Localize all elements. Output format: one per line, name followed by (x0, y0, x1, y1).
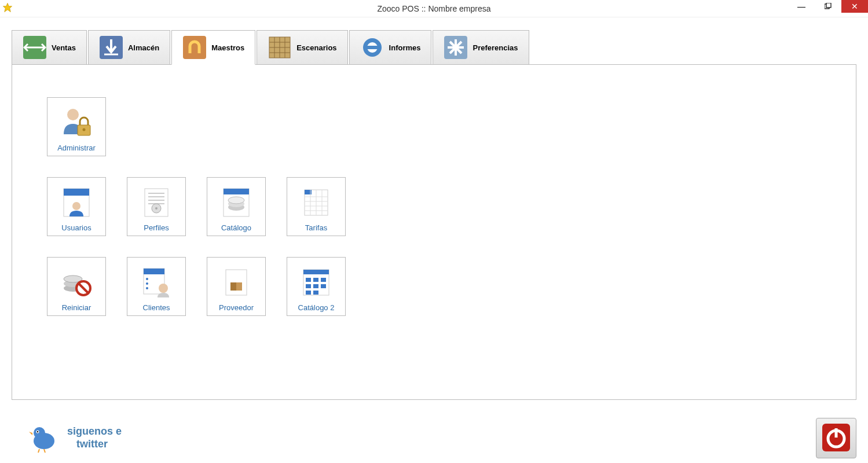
card-administrar[interactable]: Administrar (47, 97, 106, 156)
window-title: Zooco POS :: Nombre empresa (377, 4, 490, 13)
content-panel: Administrar Usuarios Perfiles Catálogo (12, 64, 856, 400)
twitter-bird-icon (28, 421, 60, 455)
svg-rect-61 (230, 282, 236, 291)
card-catalogo2[interactable]: Catálogo 2 (287, 257, 346, 316)
tab-ventas[interactable]: Ventas (12, 30, 87, 65)
download-icon (99, 35, 123, 60)
svg-point-56 (146, 282, 148, 285)
asterisk-icon (444, 35, 468, 60)
tab-label: Escenarios (296, 43, 336, 52)
svg-rect-68 (313, 284, 318, 288)
window-titlebar: Zooco POS :: Nombre empresa — ✕ (0, 0, 868, 17)
card-label: Administrar (57, 144, 96, 152)
svg-point-73 (34, 427, 45, 439)
star-icon (2, 2, 13, 14)
user-lock-icon (58, 104, 95, 141)
twitter-text-line1: siguenos e (67, 425, 122, 438)
twitter-text-line2: twitter (67, 438, 122, 451)
tarifas-icon (298, 184, 335, 221)
card-label: Catálogo 2 (298, 303, 335, 312)
svg-marker-0 (3, 3, 12, 12)
svg-rect-54 (144, 269, 164, 274)
card-proveedor[interactable]: Proveedor (207, 257, 266, 316)
svg-rect-69 (321, 284, 326, 288)
svg-point-33 (155, 207, 158, 210)
horseshoe-icon (182, 35, 207, 60)
power-icon (821, 422, 851, 454)
grid-icon (268, 35, 292, 60)
svg-rect-67 (306, 284, 311, 288)
svg-rect-65 (313, 278, 318, 282)
svg-rect-64 (306, 278, 311, 282)
provider-icon (218, 264, 255, 301)
svg-rect-35 (224, 189, 249, 194)
tab-almacen[interactable]: Almacén (88, 30, 170, 65)
tab-label: Informes (389, 43, 421, 52)
card-usuarios[interactable]: Usuarios (47, 177, 106, 236)
svg-rect-15 (365, 46, 379, 49)
card-row: Reiniciar Clientes Proveedor Catálogo 2 (47, 257, 856, 316)
svg-point-75 (37, 431, 38, 432)
card-catalogo[interactable]: Catálogo (207, 177, 266, 236)
profiles-icon (138, 184, 175, 221)
card-label: Perfiles (144, 223, 169, 232)
card-label: Usuarios (61, 223, 91, 232)
power-button[interactable] (816, 418, 856, 458)
svg-point-38 (228, 197, 244, 204)
svg-rect-63 (303, 270, 329, 274)
card-clientes[interactable]: Clientes (127, 257, 186, 316)
svg-point-23 (83, 128, 86, 131)
svg-rect-5 (183, 36, 206, 59)
window-maximize-button[interactable] (815, 0, 841, 13)
footer: siguenos e twitter (28, 418, 856, 458)
catalog-icon (218, 184, 255, 221)
card-reiniciar[interactable]: Reiniciar (47, 257, 106, 316)
twitter-link[interactable]: siguenos e twitter (28, 421, 122, 455)
card-tarifas[interactable]: Tarifas (287, 177, 346, 236)
users-icon (58, 184, 95, 221)
tab-maestros[interactable]: Maestros (171, 30, 255, 65)
catalog-grid-icon (298, 264, 335, 301)
card-row: Usuarios Perfiles Catálogo Tarifas (47, 177, 856, 236)
tab-label: Ventas (52, 43, 76, 52)
card-label: Catálogo (221, 223, 251, 232)
tab-label: Almacén (128, 43, 159, 52)
card-row: Administrar (47, 97, 856, 156)
window-minimize-button[interactable]: — (788, 0, 815, 13)
tab-preferencias[interactable]: Preferencias (433, 30, 529, 65)
svg-point-55 (146, 278, 148, 280)
card-label: Proveedor (219, 303, 254, 312)
svg-point-57 (146, 287, 148, 289)
card-label: Tarifas (305, 223, 327, 232)
circle-icon (360, 35, 384, 60)
svg-point-26 (72, 202, 80, 210)
tab-label: Preferencias (473, 43, 518, 52)
svg-rect-66 (321, 278, 326, 282)
tab-label: Maestros (211, 43, 244, 52)
svg-rect-71 (313, 291, 318, 295)
svg-point-21 (67, 109, 79, 120)
svg-point-58 (159, 284, 168, 293)
card-perfiles[interactable]: Perfiles (127, 177, 186, 236)
clients-icon (138, 264, 175, 301)
tab-escenarios[interactable]: Escenarios (257, 30, 347, 65)
window-close-button[interactable]: ✕ (841, 0, 868, 13)
arrows-icon (23, 35, 47, 60)
svg-rect-25 (64, 189, 89, 196)
tab-strip: Ventas Almacén Maestros Escenarios Infor… (12, 27, 868, 65)
tab-informes[interactable]: Informes (349, 30, 432, 65)
svg-rect-70 (306, 291, 311, 295)
card-label: Reiniciar (62, 303, 91, 312)
card-label: Clientes (143, 303, 170, 312)
reset-db-icon (58, 264, 95, 301)
svg-rect-2 (826, 3, 831, 8)
